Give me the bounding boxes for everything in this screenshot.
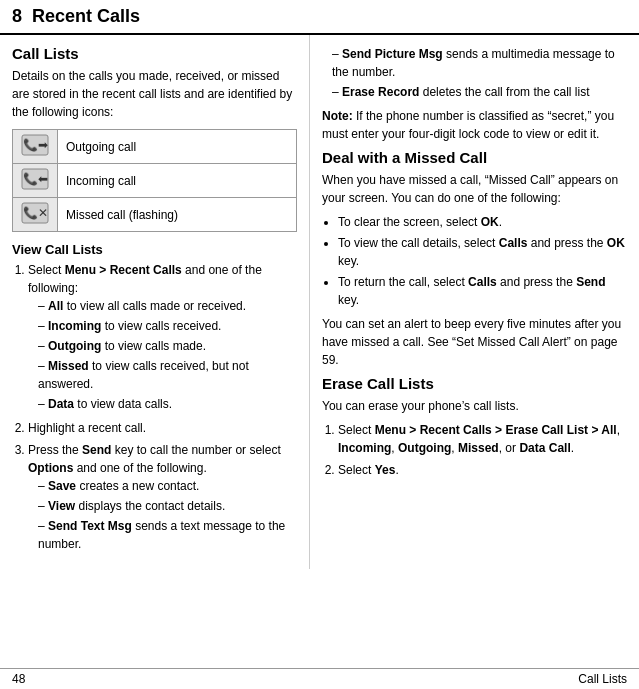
erase-call-lists-heading: Erase Call Lists: [322, 375, 627, 392]
outgoing-call-icon: 📞➡: [21, 134, 49, 156]
list-item: Select Menu > Recent Calls and one of th…: [28, 261, 297, 413]
svg-text:📞➡: 📞➡: [23, 137, 48, 152]
list-item: Data to view data calls.: [38, 395, 297, 413]
note-label: Note:: [322, 109, 353, 123]
outgoing-icon-cell: 📞➡: [13, 130, 58, 164]
page-number: 48: [12, 672, 25, 686]
list-item: To view the call details, select Calls a…: [338, 234, 627, 270]
left-column: Call Lists Details on the calls you made…: [0, 35, 310, 569]
incoming-icon-cell: 📞⬅: [13, 164, 58, 198]
svg-text:📞⬅: 📞⬅: [23, 171, 48, 186]
table-row: 📞✕ Missed call (flashing): [13, 198, 297, 232]
deal-missed-intro: When you have missed a call, “Missed Cal…: [322, 171, 627, 207]
incoming-call-label: Incoming call: [58, 164, 297, 198]
list-item: Incoming to view calls received.: [38, 317, 297, 335]
missed-call-label: Missed call (flashing): [58, 198, 297, 232]
svg-text:📞✕: 📞✕: [23, 205, 48, 220]
missed-icon-cell: 📞✕: [13, 198, 58, 232]
erase-steps-list: Select Menu > Recent Calls > Erase Call …: [322, 421, 627, 479]
list-item: Outgoing to view calls made.: [38, 337, 297, 355]
list-item: To return the call, select Calls and pre…: [338, 273, 627, 309]
list-item: Highlight a recent call.: [28, 419, 297, 437]
deal-bullets-list: To clear the screen, select OK. To view …: [322, 213, 627, 309]
call-lists-intro: Details on the calls you made, received,…: [12, 67, 297, 121]
list-item: Select Menu > Recent Calls > Erase Call …: [338, 421, 627, 457]
section-label: Call Lists: [578, 672, 627, 686]
note-body: If the phone number is classified as “se…: [322, 109, 614, 141]
list-item: Missed to view calls received, but not a…: [38, 357, 297, 393]
list-item: To clear the screen, select OK.: [338, 213, 627, 231]
note-text: Note: If the phone number is classified …: [322, 107, 627, 143]
page-header: 8 Recent Calls: [0, 0, 639, 35]
right-column: Send Picture Msg sends a multimedia mess…: [310, 35, 639, 569]
missed-call-icon: 📞✕: [21, 202, 49, 224]
chapter-title: Recent Calls: [32, 6, 140, 27]
chapter-number: 8: [12, 6, 22, 27]
table-row: 📞➡ Outgoing call: [13, 130, 297, 164]
call-lists-heading: Call Lists: [12, 45, 297, 62]
list-item: View displays the contact details.: [38, 497, 297, 515]
sub-list: All to view all calls made or received. …: [28, 297, 297, 413]
list-item: Press the Send key to call the number or…: [28, 441, 297, 553]
list-item: Send Picture Msg sends a multimedia mess…: [332, 45, 627, 81]
sub-list: Save creates a new contact. View display…: [28, 477, 297, 553]
content-area: Call Lists Details on the calls you made…: [0, 35, 639, 569]
list-item: Select Yes.: [338, 461, 627, 479]
list-item: All to view all calls made or received.: [38, 297, 297, 315]
list-item: Send Text Msg sends a text message to th…: [38, 517, 297, 553]
continued-dash-list: Send Picture Msg sends a multimedia mess…: [322, 45, 627, 101]
deal-note-text: You can set an alert to beep every five …: [322, 315, 627, 369]
table-row: 📞⬅ Incoming call: [13, 164, 297, 198]
incoming-call-icon: 📞⬅: [21, 168, 49, 190]
list-item: Save creates a new contact.: [38, 477, 297, 495]
deal-missed-call-heading: Deal with a Missed Call: [322, 149, 627, 166]
list-item: Erase Record deletes the call from the c…: [332, 83, 627, 101]
call-icons-table: 📞➡ Outgoing call 📞⬅ Incoming call: [12, 129, 297, 232]
erase-intro: You can erase your phone’s call lists.: [322, 397, 627, 415]
page-footer: 48 Call Lists: [0, 668, 639, 689]
view-call-lists-heading: View Call Lists: [12, 242, 297, 257]
view-steps-list: Select Menu > Recent Calls and one of th…: [12, 261, 297, 553]
outgoing-call-label: Outgoing call: [58, 130, 297, 164]
